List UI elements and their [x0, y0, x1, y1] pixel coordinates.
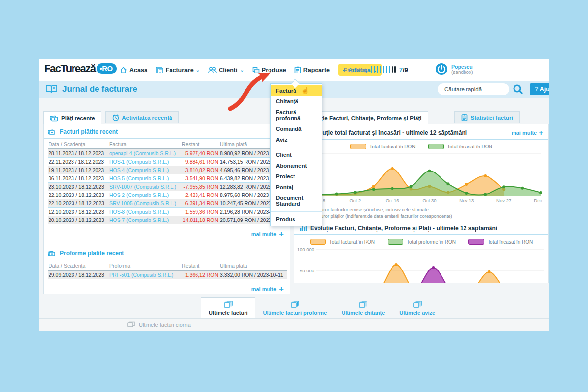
help-button[interactable]: ?Ajutor: [530, 83, 549, 95]
clients-icon: [208, 67, 217, 73]
steps-progress: Pași bifați 7/9: [344, 59, 408, 81]
reports-icon: [294, 66, 301, 74]
menu-item-pontaj[interactable]: Pontaj: [271, 182, 322, 193]
legend-swatch: [310, 239, 326, 245]
tab-statistici-facturi[interactable]: Statistici facturi: [454, 111, 520, 123]
table-row: 22.11.2023 / 18.12.2023HOS-1 (Compusib S…: [48, 158, 287, 166]
document-link[interactable]: HOS-4 (Compusib S.R.L.): [108, 166, 181, 174]
cell-date: 28.11.2023 / 18.12.2023: [48, 149, 108, 158]
cell-outstanding: 14.811,18 RON: [181, 216, 219, 224]
document-link[interactable]: HOS-7 (Compusib S.R.L.): [108, 216, 181, 224]
recent-payments-panel: Facturi plătite recent Data / ScadențaFa…: [43, 124, 290, 294]
bottom-tab-label: Ultimele facturi proforme: [263, 310, 327, 316]
cell-date: 29.09.2023 / 18.12.2023: [48, 270, 108, 279]
menu-item-aviz[interactable]: Aviz: [271, 134, 322, 145]
menu-item-label: Document Standard: [276, 195, 303, 207]
document-link[interactable]: HOS-8 (Compusib S.R.L.): [108, 208, 181, 216]
menu-item-label: Factură: [276, 88, 296, 94]
legend-label: Total facturat în RON: [329, 239, 375, 245]
chart1-more-link[interactable]: mai multe+: [512, 128, 543, 137]
column-header: Factura: [108, 140, 181, 149]
nav-item-acasă[interactable]: Acasă: [120, 67, 147, 74]
nav-item-produse[interactable]: Produse: [252, 67, 286, 74]
search-icon[interactable]: [512, 83, 524, 95]
app-logo[interactable]: FacTurează •RO: [44, 62, 117, 75]
chart1-note-line: Suma tuturor plăților (indiferent de dat…: [302, 213, 548, 219]
steps-count: 7/9: [399, 66, 408, 74]
paid-proformas-icon: [48, 250, 56, 257]
x-axis-label: Nov 13: [459, 198, 474, 203]
search-input[interactable]: [438, 83, 509, 95]
cell-outstanding: -3.810,82 RON: [181, 166, 219, 174]
menu-item-document-standard[interactable]: Document Standard: [271, 193, 322, 209]
proformas-section-heading: Proforme plătite recent: [44, 246, 290, 260]
column-header: Proforma: [108, 261, 181, 270]
cell-outstanding: 1.366,12 RON: [181, 270, 219, 279]
bottom-tab-ultimele-facturi-proforme[interactable]: Ultimele facturi proforme: [255, 298, 334, 318]
drafts-collapsed-tab[interactable]: Ultimele facturi ciornă: [39, 318, 549, 331]
y-axis-label: 50.000: [300, 268, 314, 273]
column-header: Data / Scadența: [48, 140, 108, 149]
legend-swatch: [468, 239, 484, 245]
documents-gray-icon: [127, 321, 135, 329]
x-axis-label: Oct 16: [386, 198, 399, 203]
legend-label: Total încasat în RON: [447, 144, 492, 149]
invoices-icon: [156, 67, 164, 74]
menu-item-abonament[interactable]: Abonament: [271, 160, 322, 171]
cell-date: 22.10.2023 / 18.12.2023: [48, 191, 108, 199]
bottom-tab-bar: Ultimele facturiUltimele facturi proform…: [201, 298, 442, 318]
legend-item: Total proforme în RON: [388, 239, 456, 245]
menu-item-comand-[interactable]: Comandă: [271, 123, 322, 134]
documents-icon: [224, 301, 233, 308]
cell-outstanding: 3.541,90 RON: [181, 174, 219, 183]
bottom-tab-ultimele-avize[interactable]: Ultimele avize: [392, 298, 442, 318]
menu-item-label: Comandă: [276, 126, 301, 132]
hand-cursor-icon: ☝: [301, 87, 309, 94]
nav-item-rapoarte[interactable]: Rapoarte: [294, 66, 330, 74]
tab-pl-i-recente[interactable]: Plăți recente: [43, 111, 101, 124]
nav-item-label: Rapoarte: [303, 67, 330, 74]
menu-item-factur-[interactable]: Factură☝: [271, 85, 322, 96]
chart1-notes: Suma tuturor facturilor emise și închise…: [294, 205, 548, 220]
page-title: Jurnal de facturare: [62, 84, 137, 94]
nav-item-clienți[interactable]: Clienți⌄: [208, 67, 244, 74]
invoices-section-heading: Facturi plătite recent: [44, 124, 290, 139]
document-link[interactable]: HOS-2 (Compusib S.R.L.): [108, 191, 181, 199]
legend-label: Total proforme în RON: [407, 239, 456, 245]
document-link[interactable]: HOS-5 (Compusib S.R.L.): [108, 174, 181, 183]
menu-item-proiect[interactable]: Proiect: [271, 171, 322, 182]
chart1-canvas: Sep 18Oct 2Oct 16Oct 30Nov 13Nov 27Dec 1…: [294, 150, 543, 205]
bottom-tab-ultimele-facturi[interactable]: Ultimele facturi: [201, 297, 255, 318]
legend-item: Total facturat în RON: [310, 239, 375, 245]
paid-proformas-table: Data / ScadențaProformaRestantUltima pla…: [48, 261, 287, 279]
document-link[interactable]: PRF-501 (Compusib S.R.L.): [108, 270, 181, 279]
y-axis-label: 100.000: [297, 247, 314, 252]
cell-outstanding: 9.884,61 RON: [181, 158, 219, 166]
proformas-more-link[interactable]: mai multe+: [44, 279, 290, 294]
bottom-tab-ultimele-chitan-e[interactable]: Ultimele chitanțe: [334, 298, 392, 318]
cell-outstanding: 2.423,41 RON: [181, 191, 219, 199]
document-link[interactable]: SRV-1007 (Compusib S.R.L.): [108, 183, 181, 191]
user-name: Popescu: [451, 64, 473, 70]
user-menu[interactable]: Popescu (sandbox): [435, 63, 473, 75]
menu-item-produs[interactable]: Produs: [271, 214, 322, 224]
chart1-title: Evoluție total facturat și încasări - ul…: [300, 129, 512, 136]
menu-item-label: Chitanță: [276, 98, 298, 104]
legend-label: Total facturat în RON: [369, 144, 415, 149]
table-row: 12.10.2023 / 18.12.2023HOS-8 (Compusib S…: [48, 208, 287, 216]
tab-label: Evoluție Facturi, Chitanțe, Proforme și …: [306, 115, 421, 121]
menu-item-client[interactable]: Client: [271, 149, 322, 160]
menu-item-chitan-[interactable]: Chitanță: [271, 96, 322, 107]
invoices-more-link[interactable]: mai multe+: [44, 224, 290, 239]
x-axis-label: Oct 2: [349, 198, 361, 203]
tab-activitatea-recent-[interactable]: Activitatea recentă: [105, 111, 179, 123]
nav-item-facturare[interactable]: Facturare⌄: [156, 67, 200, 74]
cell-date: 22.11.2023 / 18.12.2023: [48, 158, 108, 166]
menu-item-factur-proform-[interactable]: Factură proformă: [271, 107, 322, 123]
menu-item-label: Proiect: [276, 173, 295, 179]
document-link[interactable]: SRV-1005 (Compusib S.R.L.): [108, 199, 181, 208]
step-tick: [392, 66, 393, 73]
document-link[interactable]: HOS-1 (Compusib S.R.L.): [108, 158, 181, 166]
table-row: 06.11.2023 / 18.12.2023HOS-5 (Compusib S…: [48, 174, 287, 183]
document-link[interactable]: openapi-4 (Compusib S.R.L.): [108, 149, 181, 158]
